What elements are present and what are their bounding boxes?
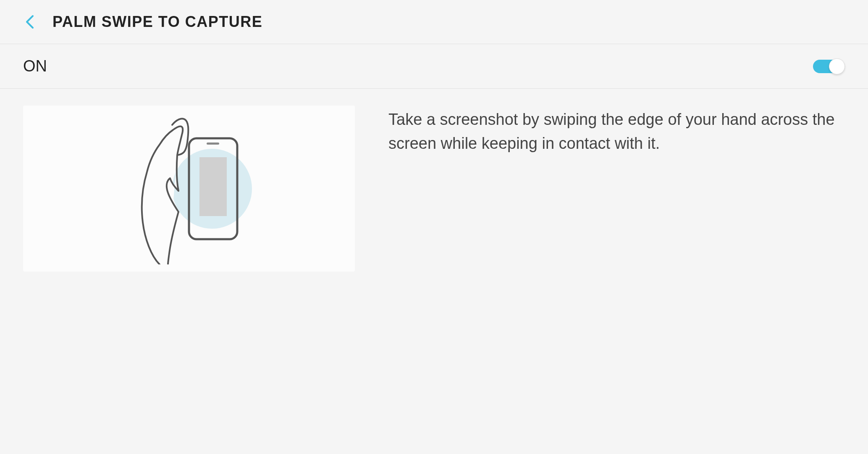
back-button[interactable] — [21, 13, 38, 30]
toggle-state-label: ON — [23, 57, 47, 75]
page-title: PALM SWIPE TO CAPTURE — [52, 13, 262, 31]
palm-swipe-illustration — [109, 113, 269, 264]
content-area: Take a screenshot by swiping the edge of… — [0, 89, 868, 288]
toggle-thumb — [829, 58, 845, 74]
header-bar: PALM SWIPE TO CAPTURE — [0, 0, 868, 44]
toggle-switch[interactable] — [813, 58, 845, 75]
feature-description: Take a screenshot by swiping the edge of… — [355, 106, 845, 272]
toggle-row[interactable]: ON — [0, 44, 868, 89]
svg-rect-2 — [207, 143, 219, 145]
illustration-panel — [23, 106, 355, 272]
svg-rect-3 — [199, 157, 227, 216]
chevron-left-icon — [24, 14, 34, 29]
